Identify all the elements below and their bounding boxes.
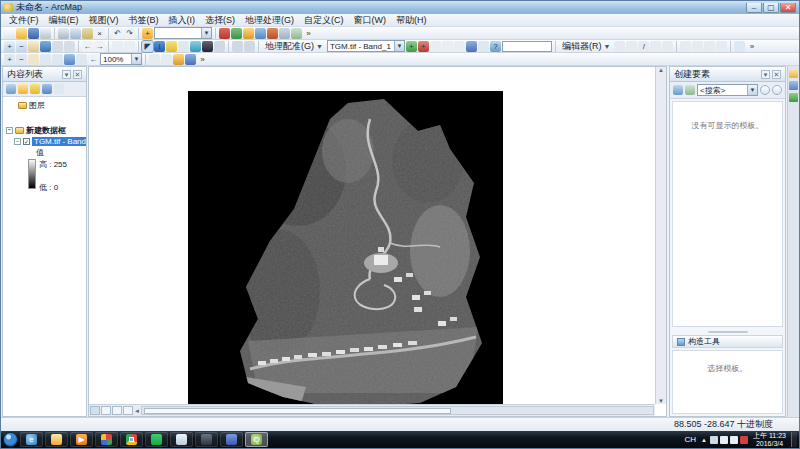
data-frame-new[interactable]: − 新建数据框 (6, 125, 86, 136)
maximize-button[interactable]: ▢ (763, 3, 779, 13)
select-elements-icon[interactable]: ◤ (142, 41, 153, 52)
taskbar-office-grid-icon[interactable] (95, 432, 118, 447)
chevron-down-icon[interactable]: ▼ (131, 54, 141, 64)
menu-window[interactable]: 窗口(W) (349, 14, 392, 27)
create-features-toggle-icon[interactable] (734, 41, 745, 52)
list-by-selection-icon[interactable] (42, 84, 52, 94)
language-indicator[interactable]: CH (682, 435, 698, 444)
taskbar-arcmap-icon[interactable]: Q (245, 432, 268, 447)
tray-network-icon[interactable] (730, 436, 738, 444)
magnifier-window-icon[interactable] (244, 41, 255, 52)
tray-badge-icon[interactable] (740, 436, 748, 444)
taskbar-line-icon[interactable] (145, 432, 168, 447)
raster-image[interactable] (188, 91, 503, 404)
open-folder-icon[interactable] (16, 28, 27, 39)
menu-selection[interactable]: 选择(S) (200, 14, 240, 27)
python-window-icon[interactable] (279, 28, 290, 39)
add-data-icon[interactable]: + (142, 28, 153, 39)
forward-extent-icon[interactable]: → (94, 41, 105, 52)
pan-icon[interactable] (28, 41, 39, 52)
html-popup-icon[interactable] (178, 41, 189, 52)
close-icon[interactable]: ✕ (772, 70, 781, 79)
layout-pan-icon[interactable] (28, 54, 39, 65)
layout-zoom-combo[interactable]: 100% ▼ (100, 53, 142, 65)
layout-fixed-zoom-in-icon[interactable] (40, 54, 51, 65)
start-button[interactable] (3, 432, 18, 447)
model-builder-icon[interactable] (291, 28, 302, 39)
reset-transformation-icon[interactable] (478, 41, 489, 52)
fixed-zoom-in-icon[interactable] (52, 41, 63, 52)
pin-icon[interactable]: ▾ (62, 70, 71, 79)
split-tool-icon[interactable] (680, 41, 691, 52)
list-by-source-icon[interactable] (18, 84, 28, 94)
zoom-100-icon[interactable] (76, 54, 87, 65)
endpoint-arc-icon[interactable] (650, 41, 661, 52)
construction-tools-list[interactable]: 选择模板。 (672, 350, 783, 414)
taskbar-blue-app-icon[interactable] (220, 432, 243, 447)
copy-icon[interactable] (70, 28, 81, 39)
collapse-icon[interactable]: − (6, 127, 13, 134)
link-table-icon[interactable] (466, 41, 477, 52)
scrollbar-thumb[interactable] (144, 408, 451, 414)
straight-segment-icon[interactable]: / (638, 41, 649, 52)
tray-display-icon[interactable] (710, 436, 718, 444)
menu-bookmarks[interactable]: 书签(B) (124, 14, 164, 27)
new-document-icon[interactable] (4, 28, 15, 39)
toggle-draft-mode-icon[interactable] (149, 54, 160, 65)
georeferencing-menu[interactable]: 地理配准(G) ▼ (262, 40, 326, 53)
filter-templates-icon[interactable] (685, 85, 695, 95)
menu-help[interactable]: 帮助(H) (391, 14, 432, 27)
show-hidden-icons-icon[interactable]: ▲ (700, 436, 708, 444)
construction-tools-header[interactable]: 构造工具 (672, 335, 783, 348)
zoom-in-icon[interactable]: + (4, 41, 15, 52)
save-icon[interactable] (28, 28, 39, 39)
menu-insert[interactable]: 插入(I) (164, 14, 201, 27)
viewer-window-icon[interactable] (232, 41, 243, 52)
zoom-whole-page-icon[interactable] (64, 54, 75, 65)
layout-zoom-in-icon[interactable]: + (4, 54, 15, 65)
menu-edit[interactable]: 编辑(E) (44, 14, 84, 27)
scroll-up-icon[interactable]: ▲ (658, 67, 664, 73)
paste-icon[interactable] (82, 28, 93, 39)
edit-annotation-tool-icon[interactable] (626, 41, 637, 52)
georeferencing-layer-combo[interactable]: TGM.tif - Band_1 ▼ (327, 40, 405, 52)
full-extent-icon[interactable] (40, 41, 51, 52)
menu-customize[interactable]: 自定义(C) (299, 14, 349, 27)
sketch-properties-icon[interactable] (716, 41, 727, 52)
layout-view-button[interactable] (101, 406, 111, 415)
menu-file[interactable]: 文件(F) (4, 14, 44, 27)
close-button[interactable]: ✕ (780, 3, 796, 13)
arctoolbox-icon[interactable] (267, 28, 278, 39)
clear-search-button[interactable] (772, 85, 782, 95)
template-search-combo[interactable]: <搜索> ▼ (697, 84, 758, 96)
taskbar-display-icon[interactable] (195, 432, 218, 447)
delete-icon[interactable]: × (94, 28, 105, 39)
trace-tool-icon[interactable] (662, 41, 673, 52)
layer-visibility-checkbox[interactable]: ✓ (23, 138, 30, 145)
add-control-points-icon[interactable]: + (406, 41, 417, 52)
scroll-left-icon[interactable]: ◄ (134, 408, 140, 414)
back-extent-icon[interactable]: ← (82, 41, 93, 52)
focus-data-frame-icon[interactable] (161, 54, 172, 65)
data-frame-layers[interactable]: 图层 (6, 100, 86, 111)
measure-icon[interactable] (190, 41, 201, 52)
pause-drawing-button[interactable] (123, 406, 133, 415)
clear-selection-icon[interactable] (124, 41, 135, 52)
catalog-tab-icon[interactable] (789, 69, 798, 78)
georeferencing-help-icon[interactable]: ? (490, 41, 501, 52)
layer-item[interactable]: − ✓ TGM.tif - Band_1 (6, 136, 86, 147)
pin-icon[interactable]: ▾ (761, 70, 770, 79)
attributes-icon[interactable] (704, 41, 715, 52)
menu-geoprocessing[interactable]: 地理处理(G) (240, 14, 299, 27)
layout-fixed-zoom-out-icon[interactable] (52, 54, 63, 65)
cut-icon[interactable] (58, 28, 69, 39)
taskbar-explorer-icon[interactable] (45, 432, 68, 447)
menu-view[interactable]: 视图(V) (84, 14, 124, 27)
search-window-icon[interactable] (255, 28, 266, 39)
select-features-icon[interactable] (112, 41, 123, 52)
map-display[interactable] (89, 67, 655, 404)
shift-raster-icon[interactable] (442, 41, 453, 52)
show-desktop-button[interactable] (791, 432, 797, 447)
taskbar-notes-icon[interactable] (170, 432, 193, 447)
table-of-contents-icon[interactable] (231, 28, 242, 39)
